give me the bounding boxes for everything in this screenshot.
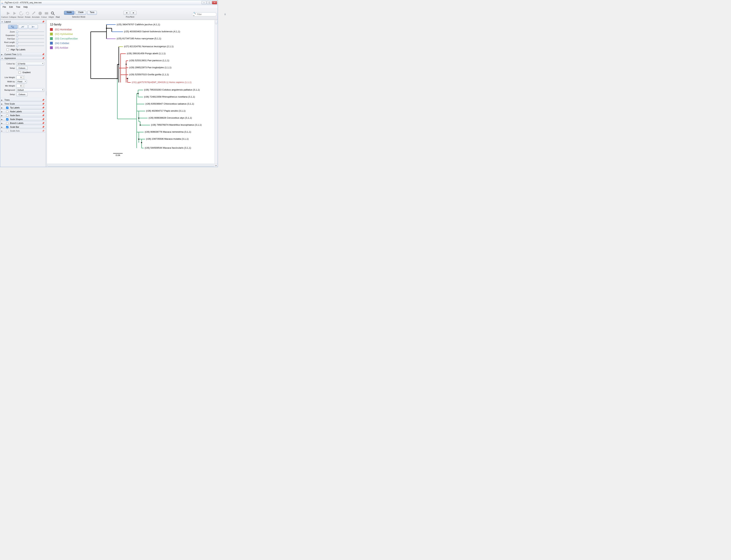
svg-point-9 xyxy=(138,93,139,94)
panel-tiplabels-head[interactable]: ▶Tip Labels📌 xyxy=(0,106,46,110)
tip-label[interactable]: (r26) 806638776 Macaca nemestrina (3,1,1… xyxy=(145,131,191,133)
tip-label[interactable]: (r25) 817347160 Aotus nancymaae (5,1,1) xyxy=(117,37,161,40)
panel-current-tree-head[interactable]: ▶ Current Tree: 1 / 1 📌 xyxy=(0,52,46,56)
pin-icon[interactable]: 📌 xyxy=(42,53,45,56)
filter-input[interactable] xyxy=(197,13,224,16)
panel-branchlabels-head[interactable]: ▶Branch Labels📌 xyxy=(0,121,46,125)
pin-icon[interactable]: 📌 xyxy=(42,57,45,59)
selection-mode-label: Selection Mode xyxy=(72,16,85,18)
hilight-icon[interactable] xyxy=(44,11,49,16)
panel-scaleaxis-head[interactable]: ▶Scale Axis📌 xyxy=(0,129,46,133)
tip-label[interactable]: (r26) 795333263 Colobus angolensis palli… xyxy=(144,88,200,91)
colourby-select[interactable]: 12-family xyxy=(16,62,44,65)
background-label: Background: xyxy=(2,89,15,91)
scalebar-check[interactable] xyxy=(6,126,8,128)
panel-nodeshapes-head[interactable]: ▶Node Shapes📌 xyxy=(0,117,46,121)
colours-button2[interactable]: Colours xyxy=(16,92,28,96)
tiplabels-check[interactable] xyxy=(6,107,8,109)
minimize-button[interactable]: — xyxy=(202,1,206,4)
minweight-spin[interactable]: ▲▼ xyxy=(16,84,25,88)
panel-layout-head[interactable]: ▼ Layout 📌 xyxy=(0,20,46,24)
pin-icon[interactable]: 📌 xyxy=(42,21,45,23)
fisheye-label: Fish Eye: xyxy=(2,38,15,40)
rootlen-slider[interactable] xyxy=(16,41,44,44)
menu-edit[interactable]: Edit xyxy=(8,5,14,9)
panel-timescale-head[interactable]: ▶Time Scale📌 xyxy=(0,102,46,106)
lbl-cartoon: Cartoon xyxy=(1,16,8,18)
expansion-label: Expansion: xyxy=(2,34,15,36)
layout-polar[interactable] xyxy=(18,25,28,29)
collapse-icon[interactable] xyxy=(12,11,18,16)
maximize-button[interactable]: ▢ xyxy=(207,1,212,4)
branchlabels-title: Branch Labels xyxy=(10,122,24,124)
panel-scalebar-head[interactable]: ▶Scale Bar📌 xyxy=(0,125,46,129)
annotate-icon[interactable] xyxy=(31,11,36,16)
branchlabels-check[interactable] xyxy=(6,122,8,124)
panel-appearance-head[interactable]: ▼ Appearance 📌 xyxy=(0,56,46,60)
svg-point-8 xyxy=(127,78,128,79)
menu-tree[interactable]: Tree xyxy=(15,5,22,9)
rootlen-label: Root Length: xyxy=(2,41,15,43)
tip-label[interactable]: (r26) 239735506 Macaca mulatta (3,1,1) xyxy=(146,138,189,140)
tip-label[interactable]: (r26) 806638828 Cercocebus atys (3,1,1) xyxy=(149,116,192,119)
titlebar: FigTree v1.4.0 - 4757876_seq_tree.nex — … xyxy=(0,0,218,5)
tip-label[interactable]: (r26) 544509544 Macaca fascicularis (3,1… xyxy=(145,146,191,149)
menu-help[interactable]: Help xyxy=(22,5,29,9)
tree-canvas[interactable]: 12-family (01) Hominidae(02) Hylobatidae… xyxy=(47,20,218,164)
reroot-icon[interactable] xyxy=(19,11,24,16)
layout-rectangular[interactable] xyxy=(8,25,18,29)
current-tree-title: Current Tree: 1 / 1 xyxy=(4,53,41,56)
panel-nodelabels-head[interactable]: ▶Node Labels📌 xyxy=(0,110,46,114)
fisheye-slider[interactable] xyxy=(16,37,44,40)
tip-label[interactable]: (r26) 402904717 Papio anubis (3,1,1) xyxy=(146,109,185,112)
tip-label[interactable]: (r27) 821324761 Nomascus leucogenys (2,1… xyxy=(124,45,173,48)
nodebars-check[interactable] xyxy=(6,114,8,117)
vscrollbar[interactable] xyxy=(215,20,218,164)
tip-label[interactable]: (r29) 299522973 Pan troglodytes (1,1,1) xyxy=(129,66,171,69)
nodeshapes-check[interactable] xyxy=(6,118,8,121)
seg-clade[interactable]: Clade xyxy=(75,11,86,15)
cartoon-icon[interactable] xyxy=(6,11,11,16)
curvature-slider[interactable] xyxy=(16,44,44,47)
tip-label[interactable]: (r29) 525507015 Gorilla gorilla (1,1,1) xyxy=(129,73,169,76)
hscrollbar[interactable]: ▶ xyxy=(47,164,218,167)
seg-taxa[interactable]: Taxa xyxy=(87,11,97,15)
zoom-slider[interactable] xyxy=(16,30,44,33)
find-icon[interactable] xyxy=(50,11,55,16)
background-select[interactable]: Default xyxy=(16,88,44,92)
tip-label[interactable]: (r26) 635036947 Chlorocebus sabaeus (3,1… xyxy=(145,102,194,105)
scaleaxis-title: Scale Axis xyxy=(10,130,20,132)
gradient-check[interactable] xyxy=(18,71,21,74)
tip-label[interactable]: (r25) 390478707 Callithrix jacchus (4,1,… xyxy=(117,23,160,26)
expansion-slider[interactable] xyxy=(16,34,44,37)
prev-button[interactable]: ◄ xyxy=(123,11,129,15)
tip-label[interactable]: (r26) 795076074 Mandrillus leucophaeus (… xyxy=(151,124,202,126)
colour-icon[interactable] xyxy=(38,11,43,16)
scaleaxis-check[interactable] xyxy=(6,130,8,132)
panel-trees-head[interactable]: ▶Trees📌 xyxy=(0,98,46,102)
tip-label[interactable]: (r31) gi|4757876|ref|NP_004326.1| Homo s… xyxy=(132,81,191,84)
panel-layout-title: Layout xyxy=(4,21,41,23)
panel-nodebars-head[interactable]: ▶Node Bars📌 xyxy=(0,114,46,117)
colours-button[interactable]: Colours xyxy=(16,66,28,70)
tip-label[interactable]: (r26) 724813358 Rhinopithecus roxellana … xyxy=(144,95,195,98)
lbl-reroot: Reroot xyxy=(17,16,24,18)
rotate-icon[interactable] xyxy=(25,11,30,16)
lineweight-spin[interactable]: ▲▼ xyxy=(16,76,25,79)
svg-point-2 xyxy=(51,12,54,14)
close-button[interactable]: ✕ xyxy=(212,1,217,4)
next-button[interactable]: ► xyxy=(131,11,136,15)
align-tip-check[interactable] xyxy=(6,48,9,51)
menu-file[interactable]: File xyxy=(1,5,7,9)
clear-filter-icon[interactable]: ✕ xyxy=(224,13,226,16)
scale-value: 0.04 xyxy=(113,154,123,156)
tip-label[interactable]: (r25) 403303403 Saimiri boliviensis boli… xyxy=(124,30,180,33)
seg-node[interactable]: Node xyxy=(64,11,74,15)
widthby-select[interactable]: Fixed xyxy=(16,80,27,83)
nodelabels-check[interactable] xyxy=(6,111,8,113)
lbl-colour: Colour xyxy=(41,16,47,18)
tip-label[interactable]: (r28) 289191459 Pongo abelii (1,1,1) xyxy=(127,52,166,55)
setup-label2: Setup: xyxy=(2,93,15,95)
layout-radial[interactable] xyxy=(28,25,38,29)
tip-label[interactable]: (r29) 525313831 Pan paniscus (1,1,1) xyxy=(129,59,169,62)
